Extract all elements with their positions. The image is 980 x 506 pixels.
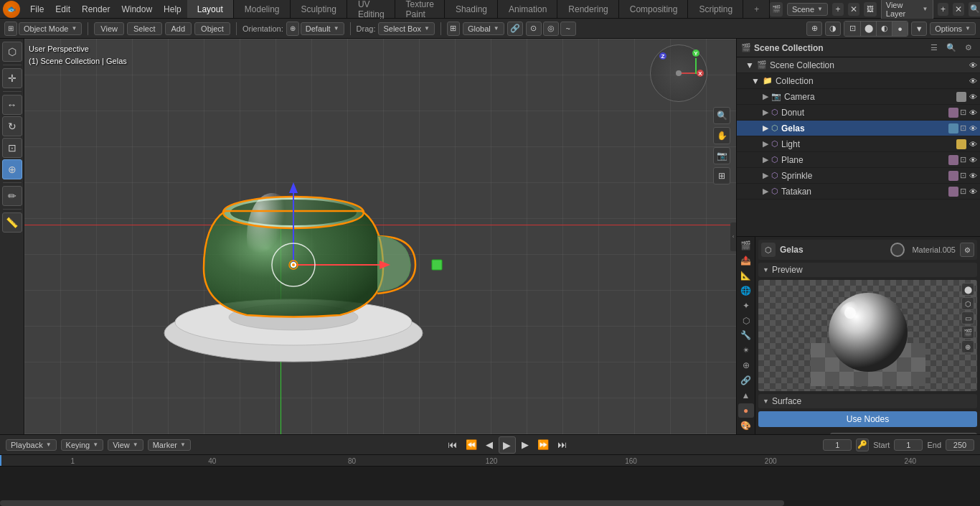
props-tab-view-layer[interactable]: 📐: [738, 268, 754, 283]
prev-frame-btn[interactable]: ◀: [483, 438, 496, 451]
current-frame[interactable]: 1: [823, 439, 852, 451]
outliner-plane[interactable]: ▶ ⬡ Plane ⊡ 👁: [737, 152, 980, 168]
tab-shading[interactable]: Shading: [446, 0, 498, 18]
next-frame-btn[interactable]: ▶: [519, 438, 532, 451]
scene-type-icon[interactable]: 🎬: [770, 2, 783, 17]
overlay-toggle[interactable]: ◑: [825, 22, 841, 36]
preview-world-btn[interactable]: ⊕: [961, 340, 974, 353]
view-layer-dropdown[interactable]: View Layer ▼: [881, 0, 933, 20]
transform-dropdown[interactable]: Global ▼: [463, 22, 504, 35]
props-tab-shader[interactable]: 🎨: [738, 418, 754, 433]
mode-dropdown[interactable]: Object Mode ▼: [19, 22, 82, 35]
transform-btn[interactable]: ⊕: [2, 159, 22, 179]
tab-texture-paint[interactable]: Texture Paint: [396, 0, 445, 18]
outliner-scene-collection[interactable]: ▼ 🎬 Scene Collection 👁: [737, 57, 980, 73]
view-all-btn[interactable]: ⊞: [713, 167, 730, 184]
rotate-btn[interactable]: ↻: [2, 116, 22, 136]
props-tab-world[interactable]: ✦: [738, 299, 754, 313]
props-tab-scene[interactable]: 🌐: [738, 284, 754, 298]
tatakan-eye[interactable]: 👁: [969, 187, 977, 196]
preview-resize-handle[interactable]: [854, 387, 882, 390]
outliner-sprinkle[interactable]: ▶ ⬡ Sprinkle ⊡ 👁: [737, 168, 980, 184]
preview-sphere-btn[interactable]: ⬤: [961, 283, 974, 296]
gizmo-toggle[interactable]: ⊕: [806, 22, 822, 36]
drag-dropdown[interactable]: Select Box ▼: [378, 22, 435, 35]
collection-eye[interactable]: 👁: [969, 77, 977, 85]
outliner-light[interactable]: ▶ ⬡ Light 👁: [737, 136, 980, 152]
rendered-btn[interactable]: ●: [892, 22, 908, 36]
scale-btn[interactable]: ⊡: [2, 138, 22, 158]
props-tab-particles[interactable]: ✴: [738, 343, 754, 357]
tab-sculpting[interactable]: Sculpting: [291, 0, 347, 18]
props-tab-modifier[interactable]: 🔧: [738, 329, 754, 343]
timeline-scrollbar-thumb[interactable]: [0, 500, 784, 506]
start-frame[interactable]: 1: [894, 439, 923, 451]
preview-cube-btn[interactable]: ⬡: [961, 297, 974, 310]
proportional-btn[interactable]: ◎: [543, 22, 559, 36]
timeline-scrollbar[interactable]: [0, 500, 980, 506]
measure-btn[interactable]: 📏: [2, 212, 22, 233]
snap-btn[interactable]: ⊙: [526, 22, 542, 36]
material-btn[interactable]: ◐: [876, 22, 892, 36]
hand-btn[interactable]: ✋: [713, 127, 730, 144]
outliner-donut[interactable]: ▶ ⬡ Donut ⊡ 👁: [737, 105, 980, 121]
tab-animation[interactable]: Animation: [499, 0, 557, 18]
viewport-canvas[interactable]: User Perspective (1) Scene Collection | …: [24, 39, 736, 434]
preview-scene-btn[interactable]: 🎬: [961, 326, 974, 339]
outliner-tatakan[interactable]: ▶ ⬡ Tatakan ⊡ 👁: [737, 184, 980, 200]
tab-layout[interactable]: Layout: [187, 0, 234, 18]
menu-render[interactable]: Render: [76, 3, 116, 16]
gizmo-z-axis[interactable]: Z: [659, 52, 666, 60]
menu-file[interactable]: File: [24, 3, 50, 16]
proportional-type-btn[interactable]: ~: [560, 22, 576, 36]
outliner-camera[interactable]: ▶ 📷 Camera 👁: [737, 89, 980, 105]
props-tab-data[interactable]: ▲: [738, 388, 754, 403]
scene-coll-eye[interactable]: 👁: [969, 61, 977, 70]
viewlayer-new-btn[interactable]: +: [938, 3, 949, 16]
scene-del-btn[interactable]: ✕: [848, 3, 859, 16]
next-keyframe-btn[interactable]: ⏩: [534, 438, 552, 451]
outliner-collection[interactable]: ▼ 📁 Collection 👁: [737, 73, 980, 89]
orientation-gizmo[interactable]: X Y Z: [650, 44, 707, 102]
select-box-btn[interactable]: ⬡: [2, 42, 22, 62]
chain-icon[interactable]: 🔗: [507, 22, 523, 36]
preview-plane-btn[interactable]: ▭: [961, 311, 974, 324]
playback-dropdown[interactable]: Playback ▼: [6, 439, 57, 451]
keyframe-add-btn[interactable]: 🔑: [856, 439, 869, 451]
move-btn[interactable]: ↔: [2, 95, 22, 115]
wireframe-btn[interactable]: ⊡: [844, 22, 860, 36]
panel-toggle-right[interactable]: ‹: [730, 222, 736, 251]
search-btn[interactable]: 🔍: [969, 2, 980, 17]
props-tab-constraints[interactable]: 🔗: [738, 373, 754, 388]
view-layer-icon[interactable]: 🖼: [864, 2, 877, 17]
timeline-area[interactable]: 1 40 80 120 160 200 240: [0, 455, 980, 506]
orientation-dropdown[interactable]: Default ▼: [301, 22, 344, 35]
play-btn[interactable]: ▶: [499, 436, 516, 454]
end-frame[interactable]: 250: [946, 439, 974, 451]
sprinkle-eye[interactable]: 👁: [969, 172, 977, 180]
options-dropdown[interactable]: Options ▼: [930, 22, 976, 35]
marker-dropdown[interactable]: Marker ▼: [148, 439, 191, 451]
tab-compositing[interactable]: Compositing: [620, 0, 689, 18]
mat-settings-btn[interactable]: ⚙: [960, 243, 974, 257]
keying-dropdown[interactable]: Keying ▼: [61, 439, 104, 451]
tab-rendering[interactable]: Rendering: [558, 0, 618, 18]
preview-section-header[interactable]: ▼ Preview: [758, 263, 977, 277]
menu-edit[interactable]: Edit: [50, 3, 76, 16]
tab-add[interactable]: +: [744, 0, 770, 18]
tab-scripting[interactable]: Scripting: [689, 0, 743, 18]
select-menu-btn[interactable]: Select: [127, 22, 162, 35]
cursor-btn[interactable]: ✛: [2, 68, 22, 88]
plane-eye[interactable]: 👁: [969, 156, 977, 164]
mode-icon[interactable]: ⊞: [4, 22, 17, 36]
light-eye[interactable]: 👁: [969, 140, 977, 149]
outliner-search-btn[interactable]: 🔍: [944, 41, 958, 55]
menu-help[interactable]: Help: [158, 3, 187, 16]
object-menu-btn[interactable]: Object: [194, 22, 230, 35]
blender-logo[interactable]: 🐟: [3, 1, 20, 18]
camera-switch-btn[interactable]: 📷: [713, 147, 730, 164]
surface-section-header[interactable]: ▼ Surface: [758, 394, 977, 408]
tab-uv-editing[interactable]: UV Editing: [348, 0, 395, 18]
prev-keyframe-btn[interactable]: ⏪: [463, 438, 480, 451]
scene-new-btn[interactable]: +: [832, 3, 844, 16]
